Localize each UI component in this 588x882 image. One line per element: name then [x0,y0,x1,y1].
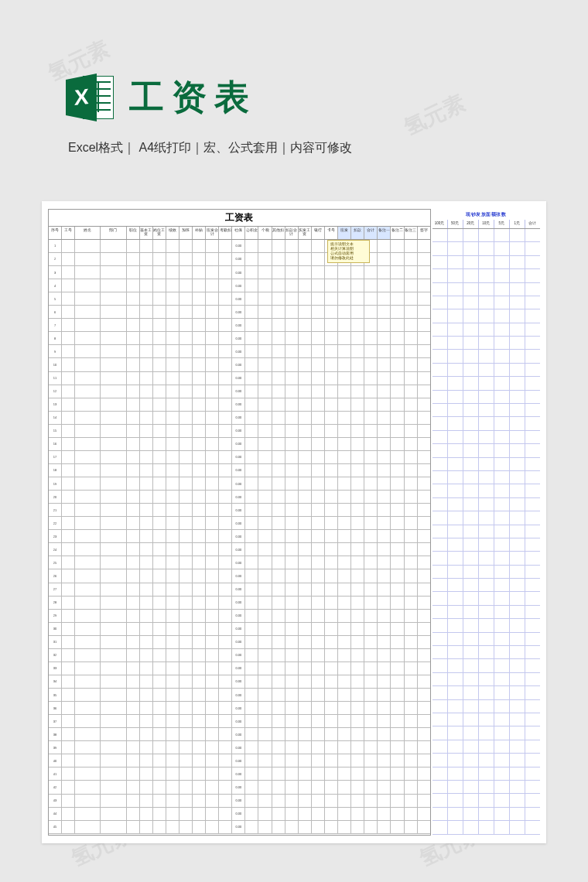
table-cell [75,808,101,820]
table-cell [166,662,179,675]
table-cell: 0.00 [232,451,245,463]
table-cell [405,517,418,529]
table-cell [140,398,153,411]
table-cell [494,296,510,309]
table-cell [525,296,540,309]
table-cell [179,345,193,357]
table-cell: 6 [49,306,62,318]
table-cell: 24 [49,543,62,556]
table-cell: 0.00 [232,781,245,793]
table-cell [166,517,179,529]
table-cell [418,715,430,727]
table-cell [140,675,153,688]
table-cell [153,504,166,516]
table-cell [245,292,258,305]
table-row: 70.00 [49,319,430,332]
table-cell [140,385,153,398]
table-cell [193,292,206,305]
side-table-title: 现钞发放面额张数 [432,209,540,220]
table-cell [494,471,510,484]
table-row [432,269,540,282]
table-cell [272,345,285,357]
table-cell [479,767,494,780]
table-cell [153,543,166,556]
table-cell [206,530,219,542]
table-cell: 0.00 [232,662,245,675]
table-cell [378,715,391,727]
table-cell [364,689,378,701]
table-row: 50.00 [49,292,430,306]
table-cell [127,583,140,596]
table-cell [62,781,75,793]
table-cell [463,256,479,268]
table-cell [448,229,463,241]
table-cell [494,592,510,604]
table-cell [351,385,364,398]
table-cell [525,726,540,739]
table-cell [391,689,404,701]
table-cell [299,741,312,754]
table-cell: 31 [49,636,62,648]
table-cell [62,675,75,688]
table-cell [432,808,448,820]
table-row [432,431,540,444]
table-cell [391,412,404,424]
table-cell [62,491,75,503]
table-cell [510,350,525,362]
table-cell [140,319,153,331]
table-cell [127,569,140,582]
table-cell [101,306,126,318]
table-cell [219,491,232,503]
table-cell [432,633,448,645]
table-cell [432,673,448,685]
table-cell [479,808,494,820]
table-cell [312,306,325,318]
side-cash-table: 现钞发放面额张数 100元50元20元10元5元1元合计 [432,209,540,836]
table-cell [351,662,364,675]
table-cell [378,425,391,437]
table-cell [62,543,75,556]
table-cell [364,543,378,556]
table-cell [179,464,193,477]
table-cell [140,808,153,820]
table-cell [258,715,272,727]
table-cell [75,412,101,424]
table-cell [312,358,325,371]
table-cell [140,240,153,252]
table-cell [245,728,258,740]
table-cell [299,451,312,463]
table-cell [405,662,418,675]
table-cell [418,530,430,542]
table-cell [153,649,166,662]
table-cell [525,633,540,645]
table-cell [193,477,206,490]
table-cell [448,808,463,820]
table-cell: 39 [49,741,62,754]
table-cell [166,398,179,411]
table-cell [166,412,179,424]
table-row [432,606,540,619]
table-cell [432,296,448,309]
table-cell: 0.00 [232,358,245,371]
table-cell [299,398,312,411]
table-cell [272,623,285,635]
table-cell [364,808,378,820]
table-cell [351,477,364,490]
table-cell: 8 [49,332,62,344]
table-cell [62,569,75,582]
table-cell: 0.00 [232,345,245,357]
table-cell [153,689,166,701]
table-cell [127,451,140,463]
table-row: 360.00 [49,702,430,715]
table-cell [479,673,494,685]
table-cell [448,309,463,322]
main-col-header: 银行 [312,227,325,239]
table-cell [285,767,299,780]
table-cell [285,491,299,503]
table-cell [272,253,285,265]
table-cell [418,556,430,569]
table-cell [299,266,312,279]
table-cell [364,266,378,279]
table-cell: 0.00 [232,372,245,385]
table-row [432,484,540,497]
